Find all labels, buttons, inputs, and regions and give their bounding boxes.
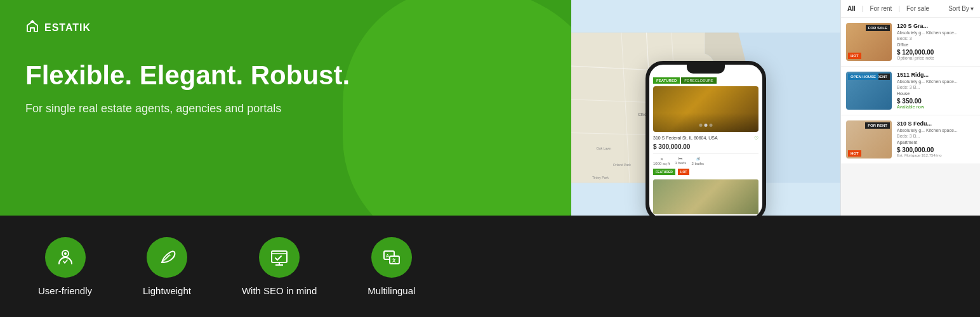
phone-spec-baths: 🚿 2 baths <box>691 157 704 165</box>
property-price-3: $ 300,000.00 <box>897 146 975 153</box>
property-desc-1: Absolutely g... Kitchen space... <box>897 30 975 35</box>
phone-second-property-image <box>653 179 758 214</box>
tab-forrent[interactable]: For rent <box>870 5 892 12</box>
phone-notch <box>687 65 725 74</box>
feature-lightweight: Lightweight <box>143 237 191 296</box>
lightweight-icon-circle <box>147 237 187 278</box>
property-card-2[interactable]: FOR RENT OPEN HOUSE 1511 Ridg... Absolut… <box>841 67 980 115</box>
user-friendly-icon-circle <box>45 237 86 278</box>
property-specs-1: Beds: 3 <box>897 36 975 41</box>
phone-spec-sqft: ✕ 1000 sq ft <box>653 157 670 165</box>
phone-featured-badge: FEATURED <box>653 77 680 84</box>
sort-by-dropdown[interactable]: Sort By ▾ <box>948 5 974 12</box>
property-mortgage-3: Est. Mortgage $12,754/mo <box>897 153 975 157</box>
logo-text: ESTATIK <box>44 22 91 34</box>
hero-subtitle: For single real estate agents, agencies … <box>25 102 546 115</box>
property-type-2: House <box>897 91 975 96</box>
svg-text:文: 文 <box>392 257 396 262</box>
logo-icon <box>25 20 39 35</box>
property-desc-3: Absolutely g... Kitchen space... <box>897 128 975 133</box>
property-type-3: Apartment <box>897 140 975 145</box>
property-thumb-3: FOR RENT HOT <box>846 120 892 158</box>
phone-address-text: 310 S Federal St, IL 60604, USA <box>653 136 718 140</box>
map-area: Chicago Oak Lawn Orland Park Calumet Cit… <box>571 0 840 216</box>
seo-icon-circle <box>259 237 300 278</box>
chevron-down-icon: ▾ <box>970 5 974 12</box>
open-house-badge: OPEN HOUSE <box>848 74 878 80</box>
right-panel: All | For rent | For sale Sort By ▾ FOR … <box>840 0 980 216</box>
property-price-1: $ 120,000.00 <box>897 49 975 56</box>
property-thumb-1: FOR SALE HOT <box>846 23 892 61</box>
feature-label-lightweight: Lightweight <box>143 285 191 296</box>
svg-point-15 <box>64 252 67 255</box>
feature-multilingual: A 文 Multilingual <box>368 237 415 296</box>
property-price-note-1: Optional price note <box>897 56 975 60</box>
multilingual-icon-circle: A 文 <box>371 237 412 278</box>
property-card-1[interactable]: FOR SALE HOT 120 S Gra... Absolutely g..… <box>841 18 980 67</box>
phone-mockup: FEATURED FORECLOSURE 310 S Federal St, I… <box>646 61 766 216</box>
phone-price: $ 300,000.00 <box>653 143 758 150</box>
phone-spec-beds: 🛏 3 beds <box>675 157 686 165</box>
property-info-2: 1511 Ridg... Absolutely g... Kitchen spa… <box>897 72 975 109</box>
property-specs-3: Beds: 3 B... <box>897 134 975 138</box>
svg-text:Oak Lawn: Oak Lawn <box>597 146 612 150</box>
property-price-2: $ 350.00 <box>897 98 975 105</box>
svg-text:Orland Park: Orland Park <box>613 163 631 167</box>
feature-seo: With SEO in mind <box>242 237 317 296</box>
feature-label-seo: With SEO in mind <box>242 285 317 296</box>
feature-user-friendly: User-friendly <box>38 237 92 296</box>
panel-header: All | For rent | For sale Sort By ▾ <box>841 0 980 18</box>
hot-badge-3: HOT <box>848 150 861 157</box>
svg-text:A: A <box>386 254 389 258</box>
property-title-1: 120 S Gra... <box>897 23 975 29</box>
tab-forsale[interactable]: For sale <box>906 5 929 12</box>
property-specs-2: Beds: 3 B... <box>897 85 975 89</box>
feature-label-user-friendly: User-friendly <box>38 285 92 296</box>
hero-title: Flexible. Elegant. Robust. <box>25 60 546 91</box>
hot-badge-1: HOT <box>848 53 861 59</box>
top-section: ESTATIK Flexible. Elegant. Robust. For s… <box>0 0 980 216</box>
property-thumb-2: FOR RENT OPEN HOUSE <box>846 72 892 110</box>
property-info-1: 120 S Gra... Absolutely g... Kitchen spa… <box>897 23 975 60</box>
tab-all[interactable]: All <box>847 5 856 12</box>
property-title-3: 310 S Fedu... <box>897 120 975 127</box>
phone-property-image <box>653 86 758 132</box>
property-desc-2: Absolutely g... Kitchen space... <box>897 79 975 84</box>
feature-label-multilingual: Multilingual <box>368 285 415 296</box>
phone-content: FEATURED FORECLOSURE 310 S Federal St, I… <box>649 74 762 216</box>
svg-rect-16 <box>272 251 287 262</box>
phone-specs: ✕ 1000 sq ft 🛏 3 beds 🚿 2 baths <box>653 157 758 165</box>
property-card-3[interactable]: FOR RENT HOT 310 S Fedu... Absolutely g.… <box>841 115 980 164</box>
phone-address-row: 310 S Federal St, IL 60604, USA ♡ <box>653 136 758 141</box>
hero-section: ESTATIK Flexible. Elegant. Robust. For s… <box>0 0 571 216</box>
property-title-2: 1511 Ridg... <box>897 72 975 78</box>
property-available-2: Available now <box>897 105 975 109</box>
features-section: User-friendly Lightweight With SEO in mi… <box>0 216 980 317</box>
svg-text:Tinley Park: Tinley Park <box>592 176 609 179</box>
for-sale-badge: FOR SALE <box>866 25 890 31</box>
logo: ESTATIK <box>25 20 546 35</box>
phone-foreclosure-badge: FORECLOSURE <box>681 77 717 84</box>
property-info-3: 310 S Fedu... Absolutely g... Kitchen sp… <box>897 120 975 157</box>
for-rent-badge-3: FOR RENT <box>865 122 890 129</box>
property-type-1: Office <box>897 42 975 47</box>
